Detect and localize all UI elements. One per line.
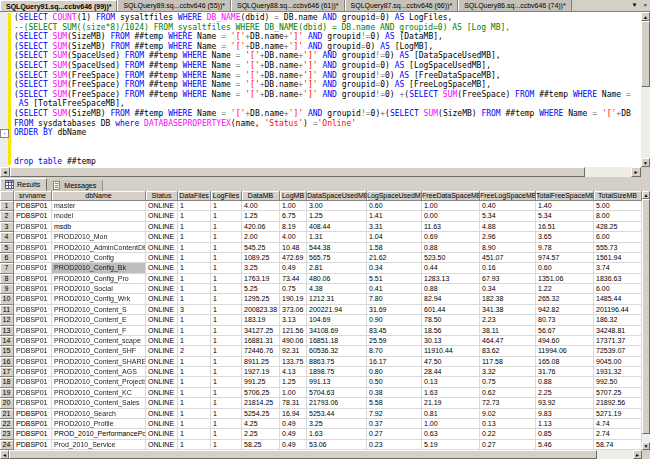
grid-cell-freeDataSpaceMB[interactable]: 30.13 [422,336,480,346]
grid-cell-srvname[interactable]: PDBSP01 [14,284,52,294]
grid-cell-logFiles[interactable]: 1 [211,201,242,211]
outline-collapse-icon[interactable]: - [0,129,9,138]
row-number[interactable]: 8 [0,274,14,284]
grid-cell-logSpaceUsedMB[interactable]: 0.41 [367,284,422,294]
grid-cell-status[interactable]: ONLINE [146,263,178,273]
editor-hscroll-thumb[interactable] [10,167,585,177]
grid-cell-freeLogSpaceMB[interactable]: 0.16 [480,263,536,273]
grid-cell-dataFiles[interactable]: 1 [178,409,211,419]
grid-cell-logFiles[interactable]: 1 [211,367,242,377]
grid-cell-dataSpaceUsedMB[interactable]: 60536.32 [307,346,367,356]
grid-cell-freeLogSpaceMB[interactable]: 0.22 [480,429,536,439]
scroll-right-icon[interactable]: ► [633,450,642,459]
grid-cell-status[interactable]: ONLINE [146,305,178,315]
grid-cell-totalFreeSpaceMB[interactable]: 0.60 [536,263,594,273]
grid-cell-freeLogSpaceMB[interactable]: 38.11 [480,326,536,336]
grid-cell-totalFreeSpaceMB[interactable]: 0.85 [536,429,594,439]
grid-cell-dataSpaceUsedMB[interactable]: 480.06 [307,274,367,284]
grid-cell-status[interactable]: ONLINE [146,315,178,325]
grid-cell-logSpaceUsedMB[interactable]: 31.69 [367,305,422,315]
grid-cell-dataFiles[interactable]: 1 [178,201,211,211]
grid-cell-status[interactable]: ONLINE [146,294,178,304]
grid-cell-totalSizeMB[interactable]: 6.00 [594,232,642,242]
grid-cell-logMB[interactable]: 78.31 [280,398,307,408]
grid-cell-logFiles[interactable]: 1 [211,429,242,439]
grid-cell-status[interactable]: ONLINE [146,336,178,346]
grid-cell-freeLogSpaceMB[interactable]: 182.38 [480,294,536,304]
grid-cell-totalFreeSpaceMB[interactable]: 5.34 [536,211,594,221]
grid-cell-srvname[interactable]: PDBSP01 [14,346,52,356]
grid-cell-logSpaceUsedMB[interactable]: 0.80 [367,367,422,377]
grid-cell-srvname[interactable]: PDBSP01 [14,419,52,429]
grid-cell-logSpaceUsedMB[interactable]: 16.17 [367,357,422,367]
grid-cell-dbName[interactable]: PROD2010_Content_KC [52,388,146,398]
scroll-right-icon[interactable]: ► [631,167,641,177]
grid-cell-dataMB[interactable]: 991.25 [242,377,280,387]
document-tab-3[interactable]: SQLQuery88.sq...ccbv646 (61))* [231,0,345,11]
grid-cell-srvname[interactable]: PDBSP01 [14,211,52,221]
grid-cell-dataSpaceUsedMB[interactable]: 8863.75 [307,357,367,367]
grid-cell-srvname[interactable]: PDBSP01 [14,377,52,387]
grid-cell-totalSizeMB[interactable]: 8.00 [594,211,642,221]
grid-cell-dbName[interactable]: PROD2010_Content_SHARE1 [52,357,146,367]
grid-cell-dataSpaceUsedMB[interactable]: 4.38 [307,284,367,294]
grid-cell-logFiles[interactable]: 1 [211,419,242,429]
grid-cell-freeDataSpaceMB[interactable]: 523.50 [422,253,480,263]
grid-cell-dbName[interactable]: PROD2010_Profile [52,419,146,429]
grid-cell-dbName[interactable]: PROD2010_Mon [52,232,146,242]
column-header-dbName[interactable]: dbName [52,191,146,201]
editor-vscrollbar[interactable]: ▲ ▼ [641,12,650,167]
grid-cell-freeDataSpaceMB[interactable]: 82.94 [422,294,480,304]
grid-cell-dataSpaceUsedMB[interactable]: 1.25 [307,211,367,221]
row-number[interactable]: 1 [0,201,14,211]
grid-cell-logSpaceUsedMB[interactable]: 0.38 [367,388,422,398]
grid-cell-logSpaceUsedMB[interactable]: 5.58 [367,398,422,408]
grid-cell-dataSpaceUsedMB[interactable]: 5253.44 [307,409,367,419]
grid-cell-srvname[interactable]: PDBSP01 [14,409,52,419]
grid-cell-dataMB[interactable]: 5.25 [242,284,280,294]
grid-cell-freeDataSpaceMB[interactable]: 1.00 [422,419,480,429]
grid-cell-freeLogSpaceMB[interactable]: 0.62 [480,388,536,398]
grid-cell-logFiles[interactable]: 1 [211,388,242,398]
grid-cell-dataFiles[interactable]: 1 [178,357,211,367]
row-number[interactable]: 24 [0,440,14,450]
grid-cell-totalSizeMB[interactable]: 72539.07 [594,346,642,356]
grid-cell-logFiles[interactable]: 1 [211,243,242,253]
column-header-LogSpaceUsedMB[interactable]: LogSpaceUsedMB [367,191,422,201]
grid-cell-logMB[interactable]: 1.25 [280,377,307,387]
grid-hscroll-thumb[interactable] [9,450,597,459]
grid-cell-dbName[interactable]: model [52,211,146,221]
document-tab-5[interactable]: SQLQuery86.sq...ccbv646 (74))* [458,0,572,11]
grid-cell-status[interactable]: ONLINE [146,253,178,263]
grid-cell-dataFiles[interactable]: 1 [178,429,211,439]
grid-cell-dataFiles[interactable]: 1 [178,377,211,387]
row-number[interactable]: 21 [0,409,14,419]
grid-cell-logMB[interactable]: 490.06 [280,336,307,346]
grid-cell-dbName[interactable]: PROD2010_Config_Wrk [52,294,146,304]
grid-vscroll-thumb[interactable] [642,199,650,434]
grid-cell-srvname[interactable]: PDBSP01 [14,232,52,242]
grid-cell-logSpaceUsedMB[interactable]: 0.37 [367,419,422,429]
document-tab-2[interactable]: SQLQuery89.sq...ccbv646 (55))* [117,0,231,11]
grid-cell-freeDataSpaceMB[interactable]: 18.56 [422,326,480,336]
grid-cell-srvname[interactable]: PDBSP01 [14,315,52,325]
grid-cell-totalFreeSpaceMB[interactable]: 2.25 [536,388,594,398]
scroll-down-icon[interactable]: ▼ [642,442,650,450]
grid-cell-logMB[interactable]: 16.94 [280,409,307,419]
grid-cell-dataFiles[interactable]: 1 [178,315,211,325]
column-header-DataMB[interactable]: DataMB [242,191,280,201]
grid-cell-freeLogSpaceMB[interactable]: 9.02 [480,409,536,419]
grid-cell-dataSpaceUsedMB[interactable]: 544.38 [307,243,367,253]
row-number[interactable]: 12 [0,315,14,325]
grid-cell-logSpaceUsedMB[interactable]: 1.41 [367,211,422,221]
grid-cell-logMB[interactable]: 6.75 [280,211,307,221]
row-number[interactable]: 16 [0,357,14,367]
row-number[interactable]: 14 [0,336,14,346]
grid-cell-dbName[interactable]: PROD2010_Content_AGS [52,367,146,377]
column-header-Status[interactable]: Status [146,191,178,201]
column-header-TotalFreeSpaceMB[interactable]: TotalFreeSpaceMB [536,191,594,201]
grid-cell-freeDataSpaceMB[interactable]: 11910.44 [422,346,480,356]
column-header-LogFiles[interactable]: LogFiles [211,191,242,201]
grid-cell-freeLogSpaceMB[interactable]: 0.40 [480,201,536,211]
grid-cell-totalFreeSpaceMB[interactable]: 942.82 [536,305,594,315]
